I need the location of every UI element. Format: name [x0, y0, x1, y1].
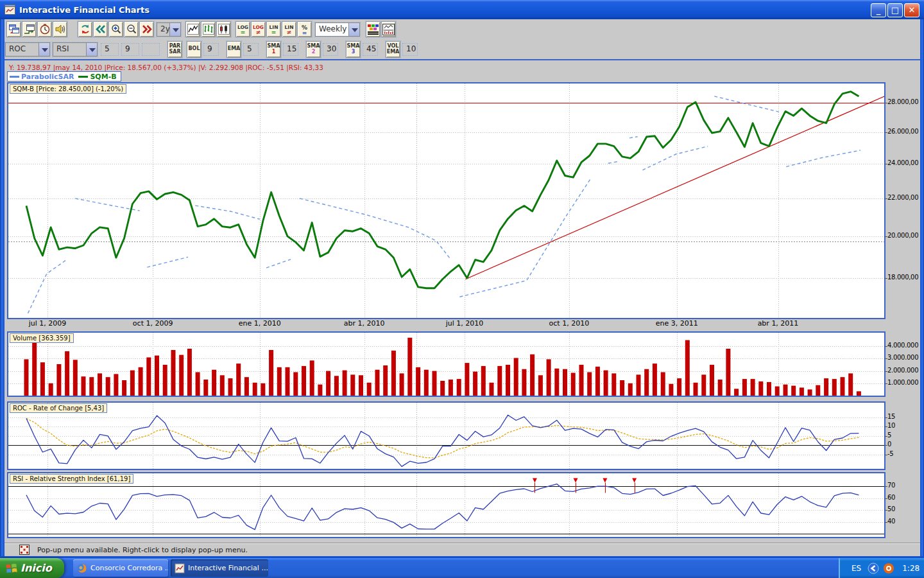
panels-button[interactable]	[381, 21, 396, 37]
app-icon	[4, 4, 15, 15]
tray-arrow-icon[interactable]	[868, 563, 879, 574]
svg-text:=: =	[271, 29, 277, 35]
legend-item-ParabolicSAR: ParabolicSAR	[10, 73, 74, 81]
price-y-label: 28.000,00	[887, 98, 918, 105]
rsi-y-label: 70	[887, 482, 895, 489]
status-bar-text: Pop-up menu available. Right-click to di…	[37, 546, 248, 554]
zoom-in-button[interactable]	[108, 21, 123, 37]
ohlc-chart-button[interactable]	[201, 21, 216, 37]
popup-menu-icon	[19, 545, 30, 555]
rsi-y-label: 50	[887, 505, 895, 512]
minimize-button[interactable]: _	[871, 3, 886, 17]
log-scale-button[interactable]: LOG=	[235, 21, 250, 37]
roc-y-label: 10	[887, 422, 895, 429]
sma1-period-field[interactable]: 15	[283, 43, 298, 56]
x-axis-label: oct 1, 2009	[133, 319, 173, 328]
refresh-button[interactable]	[78, 21, 92, 37]
rsi-y-label: 60	[887, 494, 895, 501]
percent-scale-button[interactable]: %=	[297, 21, 312, 37]
line-chart-button[interactable]	[185, 21, 200, 37]
system-tray: ES 1:28	[839, 558, 924, 578]
rsi-period-field[interactable]: 9	[121, 43, 139, 56]
extra-field[interactable]	[142, 43, 160, 56]
timer-button[interactable]	[37, 21, 52, 37]
ema-button[interactable]: EMA	[227, 41, 241, 58]
volume-y-label: 4.000.000	[887, 342, 918, 349]
windows-logo-icon	[5, 562, 18, 575]
tray-language[interactable]: ES	[851, 564, 861, 573]
export-button[interactable]	[22, 21, 37, 37]
maximize-button[interactable]: □	[887, 3, 903, 17]
roc-chart-svg	[8, 403, 884, 469]
x-axis-label: ene 1, 2010	[239, 319, 281, 328]
svg-text:=: =	[302, 29, 307, 35]
task-label: Consorcio Corredora ...	[90, 564, 168, 572]
sma3-period-field[interactable]: 45	[363, 43, 378, 56]
price-chart-svg	[8, 83, 884, 318]
svg-text:=: =	[241, 29, 246, 35]
window-border-right	[920, 19, 924, 558]
svg-text:≠: ≠	[256, 29, 261, 35]
ema-period-field[interactable]: 5	[243, 43, 259, 56]
x-axis-labels: jul 1, 2009oct 1, 2009ene 1, 2010abr 1, …	[3, 60, 920, 71]
volume-y-label: 1.000.000	[887, 379, 918, 386]
colors-button[interactable]	[366, 21, 381, 37]
x-axis-label: jul 1, 2010	[446, 319, 484, 328]
sma3-button[interactable]: SMA3	[346, 41, 361, 58]
rsi-y-label: 40	[887, 518, 895, 525]
window-title: Interactive Financial Charts	[19, 5, 150, 15]
indicator1-select-arrow[interactable]	[38, 43, 49, 56]
range-select-arrow[interactable]	[169, 23, 180, 36]
linear-scale-off-button[interactable]: LIN≠	[282, 21, 296, 37]
roc-y-label: 5	[887, 432, 891, 439]
zoom-out-button[interactable]	[124, 21, 139, 37]
forward-button[interactable]	[139, 21, 154, 37]
back-button[interactable]	[93, 21, 108, 37]
x-axis-label: abr 1, 2010	[344, 319, 385, 328]
roc-y-label: 15	[887, 413, 895, 420]
sma2-button[interactable]: SMA2	[306, 41, 321, 58]
linear-scale-button[interactable]: LIN=	[266, 21, 281, 37]
tray-clock: 1:28	[902, 564, 920, 573]
taskbar-task-charts[interactable]: Interactive Financial ...	[171, 559, 268, 577]
price-y-label: 20.000,00	[887, 232, 918, 239]
bollinger-button[interactable]: BOL	[187, 41, 201, 58]
period-select-arrow[interactable]	[348, 23, 359, 36]
firefox-icon	[77, 563, 87, 574]
sound-button[interactable]	[53, 21, 67, 37]
rsi-panel: RSI - Relative Strength Index [61,19]	[7, 472, 886, 538]
sma2-period-field[interactable]: 30	[323, 43, 338, 56]
range-select[interactable]: 2y	[157, 22, 181, 37]
svg-text:≠: ≠	[287, 29, 292, 35]
price-label: SQM-B [Price: 28.450,00] (-1,20%)	[10, 84, 126, 94]
x-axis-label: oct 1, 2010	[549, 319, 590, 328]
x-axis-label: abr 1, 2011	[758, 319, 799, 328]
sma1-button[interactable]: SMA1	[266, 41, 281, 58]
candle-chart-button[interactable]	[216, 21, 231, 37]
indicator2-select[interactable]: RSI	[53, 42, 98, 57]
toolbar-indicators: ROCRSI59PARSARBOL9EMA5SMA115SMA230SMA345…	[3, 39, 920, 59]
price-y-label: 18.000,00	[887, 274, 918, 281]
volume-label: Volume [363.359]	[10, 333, 74, 343]
roc-y-label: 0	[887, 441, 891, 448]
tray-app-icon[interactable]	[883, 563, 894, 574]
volume-panel: Volume [363.359]	[7, 331, 886, 397]
x-axis-label: jul 1, 2009	[29, 319, 67, 328]
parsar-button[interactable]: PARSAR	[167, 41, 182, 58]
indicator2-select-arrow[interactable]	[86, 43, 97, 56]
start-button-label: Inicio	[21, 562, 52, 574]
close-button[interactable]: ✕	[904, 3, 920, 17]
period-select[interactable]: Weekly	[315, 22, 360, 37]
new-window-button[interactable]	[6, 21, 21, 37]
indicator1-select[interactable]: ROC	[5, 42, 50, 57]
price-y-label: 22.000,00	[887, 194, 918, 201]
volema-button[interactable]: VOLEMA	[386, 41, 400, 58]
start-button[interactable]: Inicio	[0, 558, 64, 578]
taskbar-task-browser[interactable]: Consorcio Corredora ...	[73, 559, 168, 577]
roc-period-field[interactable]: 5	[101, 43, 119, 56]
price-panel: SQM-B [Price: 28.450,00] (-1,20%)	[7, 82, 886, 319]
volema-period-field[interactable]: 10	[402, 43, 418, 56]
bol-period-field[interactable]: 9	[203, 43, 219, 56]
roc-y-label: -5	[887, 450, 893, 457]
log-scale-off-button[interactable]: LOG≠	[251, 21, 266, 37]
